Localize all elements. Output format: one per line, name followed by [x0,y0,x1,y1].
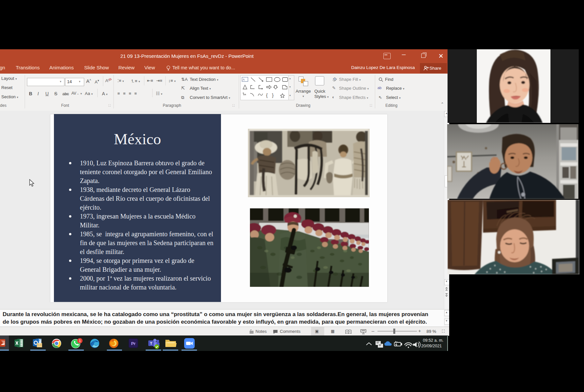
svg-text:A: A [105,78,108,83]
svg-text:{: { [266,92,268,98]
svg-text:A: A [243,78,245,81]
svg-text:}: } [272,92,274,98]
svg-text:Pr: Pr [131,341,136,346]
svg-text:1: 1 [79,339,81,343]
svg-text:T: T [150,341,152,345]
